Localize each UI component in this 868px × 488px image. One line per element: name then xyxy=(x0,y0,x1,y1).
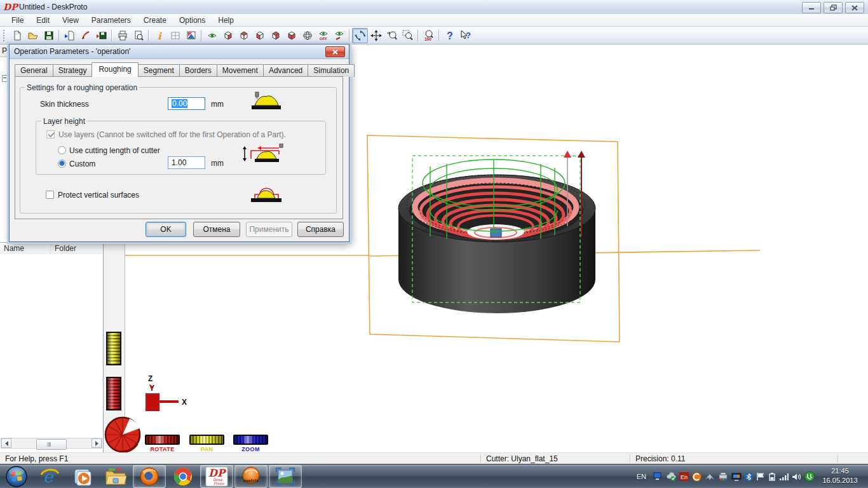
rotate-gauge xyxy=(106,377,121,410)
toolbar-separator xyxy=(58,30,60,41)
punto-en-tray-icon[interactable]: En xyxy=(679,472,689,481)
tab-strategy[interactable]: Strategy xyxy=(53,64,93,77)
signal-tray-icon[interactable] xyxy=(779,473,789,481)
view-cube-1-icon[interactable] xyxy=(220,28,236,43)
network-tray-icon[interactable] xyxy=(653,472,663,481)
help-button[interactable]: Справка xyxy=(297,222,344,237)
menu-options[interactable]: Options xyxy=(173,15,212,26)
view-cube-2-icon[interactable] xyxy=(236,28,252,43)
language-indicator[interactable]: EN xyxy=(637,473,646,480)
menu-parameters[interactable]: Parameters xyxy=(85,15,137,26)
dialog-titlebar[interactable]: Operation Parameters - 'operation' xyxy=(10,44,349,59)
visibility-edit-icon[interactable] xyxy=(331,28,347,43)
menu-file[interactable]: File xyxy=(5,15,30,26)
tab-borders[interactable]: Borders xyxy=(179,64,217,77)
info-icon[interactable]: i xyxy=(151,28,167,43)
bluetooth-tray-icon[interactable] xyxy=(745,472,753,482)
bitmap-view-icon[interactable] xyxy=(183,28,199,43)
cutting-length-radio[interactable] xyxy=(58,146,66,154)
save-file-icon[interactable] xyxy=(41,28,57,43)
menubar: File Edit View Parameters Create Options… xyxy=(0,14,868,27)
scrollbar-thumb[interactable] xyxy=(36,439,67,450)
restore-button[interactable] xyxy=(824,2,843,13)
deskproto-taskbar-icon[interactable]: DP Desk Proto xyxy=(200,465,233,488)
battery-tray-icon[interactable] xyxy=(768,472,776,481)
rotate-knob[interactable] xyxy=(145,435,180,445)
internet-explorer-icon[interactable]: e xyxy=(33,465,66,488)
toolbar-separator xyxy=(201,30,202,41)
edit-toolpath-icon[interactable] xyxy=(78,28,93,43)
tab-advanced[interactable]: Advanced xyxy=(263,64,308,77)
taskbar-clock[interactable]: 21:45 16.05.2013 xyxy=(816,466,864,485)
tree-expand-toggle[interactable] xyxy=(2,75,9,82)
visibility-off-icon[interactable]: OFF xyxy=(315,28,331,43)
use-layers-checkbox[interactable] xyxy=(46,130,55,139)
titlebar[interactable]: DP Untitled - DeskProto xyxy=(0,0,868,15)
save-nc-file-icon[interactable] xyxy=(93,28,109,43)
zoom-in-icon[interactable] xyxy=(384,28,400,43)
minimize-button[interactable] xyxy=(802,2,821,13)
scroll-right-button[interactable] xyxy=(92,438,102,448)
window-layout-icon[interactable] xyxy=(167,28,183,43)
matrix-app-icon[interactable]: matrix xyxy=(234,465,268,488)
zoom-window-icon[interactable] xyxy=(400,28,416,43)
utorrent-tray-icon[interactable] xyxy=(804,471,815,482)
tab-movement[interactable]: Movement xyxy=(217,64,264,77)
wireframe-view-icon[interactable] xyxy=(299,28,315,43)
new-document-icon[interactable] xyxy=(9,28,25,43)
cloud-sync-tray-icon[interactable] xyxy=(666,472,676,481)
tab-roughing[interactable]: Roughing xyxy=(92,62,138,77)
rotate-wheel-control[interactable] xyxy=(104,416,144,454)
visibility-eye-icon[interactable] xyxy=(204,28,220,43)
scroll-left-button[interactable] xyxy=(1,438,11,448)
new-part-icon[interactable] xyxy=(62,28,78,43)
help-icon[interactable]: ? xyxy=(442,28,458,43)
skin-thickness-input[interactable]: 0.00 xyxy=(168,97,205,110)
protect-vertical-checkbox[interactable] xyxy=(46,191,54,199)
menu-create[interactable]: Create xyxy=(137,15,173,26)
apply-button[interactable]: Применить xyxy=(246,222,292,237)
dialog-close-button[interactable] xyxy=(325,46,345,57)
toolbar-grip[interactable] xyxy=(3,30,6,41)
firefox-icon[interactable] xyxy=(133,465,166,488)
media-player-icon[interactable] xyxy=(66,465,99,488)
chrome-icon[interactable] xyxy=(166,465,200,488)
close-button[interactable] xyxy=(845,2,864,13)
tab-segment[interactable]: Segment xyxy=(138,64,180,77)
cancel-button[interactable]: Отмена xyxy=(193,222,240,237)
menu-help[interactable]: Help xyxy=(212,15,240,26)
printer-tray-icon[interactable] xyxy=(718,472,728,481)
print-preview-icon[interactable] xyxy=(130,28,146,43)
horizontal-scrollbar[interactable] xyxy=(1,438,102,449)
action-center-flag-icon[interactable] xyxy=(756,472,765,481)
tab-general[interactable]: General xyxy=(15,64,53,77)
open-file-icon[interactable] xyxy=(25,28,41,43)
winged-utility-tray-icon[interactable] xyxy=(705,473,715,481)
svg-text:X: X xyxy=(182,398,187,407)
pan-view-icon[interactable] xyxy=(368,28,384,43)
pan-knob[interactable] xyxy=(189,435,224,445)
rotate-view-icon[interactable] xyxy=(352,28,368,43)
column-header-folder[interactable]: Folder xyxy=(51,243,76,254)
column-header-name[interactable]: Name xyxy=(0,243,51,254)
menu-view[interactable]: View xyxy=(56,15,85,26)
image-viewer-icon[interactable] xyxy=(269,465,302,488)
context-help-icon[interactable]: ? xyxy=(458,28,473,43)
volume-tray-icon[interactable] xyxy=(792,473,801,481)
start-button[interactable] xyxy=(0,465,33,488)
menu-edit[interactable]: Edit xyxy=(30,15,56,26)
display-settings-tray-icon[interactable] xyxy=(731,473,742,481)
custom-radio[interactable] xyxy=(58,159,66,168)
print-icon[interactable] xyxy=(114,28,130,43)
custom-layer-height-input[interactable] xyxy=(168,156,205,169)
tab-simulation[interactable]: Simulation xyxy=(308,64,355,77)
view-cube-4-icon[interactable] xyxy=(268,28,283,43)
comodo-tray-icon[interactable] xyxy=(692,472,702,482)
file-explorer-icon[interactable] xyxy=(99,465,132,488)
zoom-knob[interactable] xyxy=(233,435,268,445)
skin-thickness-value: 0.00 xyxy=(172,99,187,108)
view-cube-5-icon[interactable] xyxy=(283,28,299,43)
zoom-100-icon[interactable]: 100 xyxy=(421,28,437,43)
view-cube-3-icon[interactable] xyxy=(252,28,268,43)
ok-button[interactable]: OK xyxy=(146,222,186,237)
